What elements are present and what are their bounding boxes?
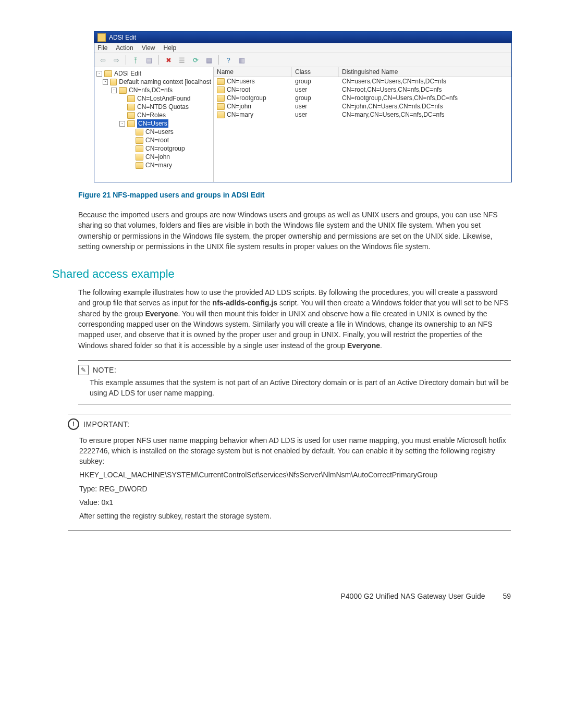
important-label: IMPORTANT: (83, 420, 130, 428)
note-callout: ✎ NOTE: This example assumes that the sy… (78, 360, 511, 404)
app-icon (97, 33, 106, 42)
tree-item[interactable]: -CN=Users (96, 119, 211, 128)
list-item[interactable]: CN=maryuserCN=mary,CN=Users,CN=nfs,DC=nf… (214, 110, 511, 119)
menu-file[interactable]: File (97, 44, 107, 52)
tree-item-label: CN=rootgroup (145, 144, 185, 153)
show-tree-icon[interactable]: ▤ (144, 55, 154, 65)
menu-bar: File Action View Help (94, 43, 511, 53)
important-icon: ! (68, 418, 79, 430)
tree-expander-icon[interactable]: - (119, 121, 125, 127)
tree-item[interactable]: CN=users (96, 128, 211, 136)
folder-icon (127, 104, 135, 110)
figure-description-paragraph: Because the imported users and groups ar… (78, 209, 511, 252)
refresh-icon[interactable]: ⟳ (190, 55, 201, 65)
tree-item[interactable]: CN=mary (96, 161, 211, 169)
section-heading: Shared access example (52, 267, 511, 281)
list-item[interactable]: CN=rootgroupgroupCN=rootgroup,CN=Users,C… (214, 94, 511, 102)
folder-icon (136, 154, 143, 161)
folder-icon (136, 145, 143, 152)
tree-item[interactable]: CN=Roles (96, 111, 211, 119)
menu-view[interactable]: View (142, 44, 155, 52)
section-paragraph: The following example illustrates how to… (78, 287, 511, 351)
toolbar-separator (158, 55, 159, 65)
panel-icon[interactable]: ▥ (237, 55, 247, 65)
folder-icon (136, 162, 143, 169)
tree-item[interactable]: -ADSI Edit (96, 69, 211, 78)
delete-icon[interactable]: ✖ (163, 55, 174, 65)
folder-icon (136, 137, 143, 144)
tree-item-label: CN=john (145, 153, 170, 161)
important-body: To ensure proper NFS user name mapping b… (68, 435, 511, 530)
folder-icon (127, 112, 135, 119)
list-pane[interactable]: Name Class Distinguished Name CN=usersgr… (214, 67, 511, 182)
folder-icon (217, 95, 225, 102)
tree-pane[interactable]: -ADSI Edit-Default naming context [local… (94, 67, 214, 182)
toolbar-separator (126, 55, 126, 65)
tree-item[interactable]: -CN=nfs,DC=nfs (96, 86, 211, 94)
tree-item[interactable]: CN=LostAndFound (96, 94, 211, 103)
folder-icon (119, 87, 127, 94)
menu-help[interactable]: Help (164, 44, 177, 52)
tree-item-label: CN=mary (145, 161, 172, 169)
tree-item-label: CN=users (145, 128, 174, 136)
tree-item-label: ADSI Edit (114, 69, 141, 78)
list-item[interactable]: CN=rootuserCN=root,CN=Users,CN=nfs,DC=nf… (214, 85, 511, 94)
folder-icon (217, 78, 225, 85)
col-class[interactable]: Class (292, 67, 339, 77)
folder-icon (217, 112, 225, 118)
list-item[interactable]: CN=usersgroupCN=users,CN=Users,CN=nfs,DC… (214, 77, 511, 85)
window-titlebar: ADSI Edit (94, 32, 511, 43)
toolbar-separator (218, 55, 219, 65)
menu-action[interactable]: Action (116, 44, 133, 52)
tree-item-label: CN=NTDS Quotas (137, 103, 189, 111)
tree-item-label: Default naming context [localhost (119, 78, 211, 86)
tree-expander-icon[interactable]: - (111, 88, 117, 93)
footer-doc-title: P4000 G2 Unified NAS Gateway User Guide (341, 592, 485, 600)
list-item[interactable]: CN=johnuserCN=john,CN=Users,CN=nfs,DC=nf… (214, 102, 511, 110)
window-title: ADSI Edit (109, 34, 136, 41)
help-icon[interactable]: ? (223, 55, 234, 65)
forward-arrow-icon[interactable]: ⇨ (111, 55, 121, 65)
tree-item[interactable]: CN=john (96, 153, 211, 161)
note-label: NOTE: (93, 366, 116, 374)
folder-icon (127, 95, 135, 102)
folder-icon (136, 129, 143, 135)
back-arrow-icon[interactable]: ⇦ (97, 55, 108, 65)
up-folder-icon[interactable]: ⭱ (130, 55, 141, 65)
adsi-edit-window: ADSI Edit File Action View Help ⇦⇨⭱▤✖☰⟳▦… (94, 31, 512, 182)
col-name[interactable]: Name (214, 67, 292, 77)
folder-icon (217, 87, 225, 93)
tree-item[interactable]: CN=NTDS Quotas (96, 103, 211, 111)
folder-icon (127, 120, 135, 127)
tree-item-label: CN=LostAndFound (137, 94, 190, 103)
note-body: This example assumes that the system is … (78, 377, 511, 404)
tree-item-label: CN=Roles (137, 111, 166, 119)
folder-icon (217, 103, 225, 110)
list-icon[interactable]: ☰ (177, 55, 187, 65)
page-footer: P4000 G2 Unified NAS Gateway User Guide … (0, 561, 563, 621)
folder-icon (110, 79, 117, 85)
important-callout: ! IMPORTANT: To ensure proper NFS user n… (68, 414, 511, 530)
tree-item[interactable]: CN=root (96, 136, 211, 144)
tree-item[interactable]: CN=rootgroup (96, 144, 211, 153)
footer-page-number: 59 (503, 592, 511, 600)
toolbar: ⇦⇨⭱▤✖☰⟳▦?▥ (94, 53, 511, 67)
tree-expander-icon[interactable]: - (103, 79, 108, 85)
export-icon[interactable]: ▦ (204, 55, 214, 65)
tree-item[interactable]: -Default naming context [localhost (96, 78, 211, 86)
tree-expander-icon[interactable]: - (96, 71, 102, 77)
folder-icon (104, 70, 112, 77)
tree-item-label: CN=Users (137, 119, 168, 128)
tree-item-label: CN=nfs,DC=nfs (129, 86, 173, 94)
figure-caption: Figure 21 NFS-mapped users and groups in… (78, 191, 511, 199)
list-header: Name Class Distinguished Name (214, 67, 511, 77)
note-icon: ✎ (78, 365, 89, 375)
tree-item-label: CN=root (145, 136, 169, 144)
col-dn[interactable]: Distinguished Name (339, 67, 511, 77)
